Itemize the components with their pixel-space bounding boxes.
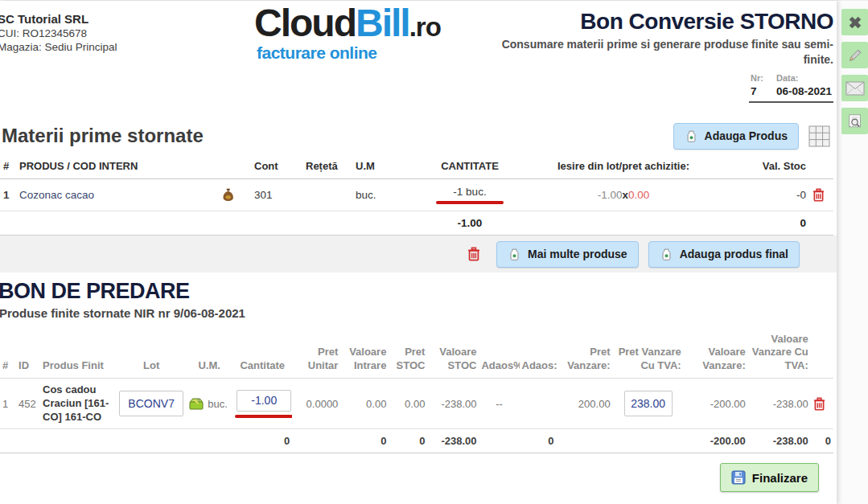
pret-vanzare-tva-input[interactable] (624, 391, 673, 416)
edit-button[interactable] (841, 42, 868, 68)
valoare-intrare-value: 0.00 (340, 378, 389, 429)
col-valoare-stoc: Valoare STOC (427, 330, 479, 378)
col-actions (809, 155, 833, 179)
col-pret-vanzare: Pret Vanzare: (557, 330, 613, 378)
bon-header-row: # ID Produs Finit Lot U.M. Cantitate Pre… (0, 330, 833, 378)
close-icon (846, 14, 864, 31)
col-um: U.M (352, 155, 422, 179)
adaos-pct-value: -- (479, 378, 519, 429)
cantitate-text: -1 buc. (453, 186, 486, 198)
side-action-buttons (841, 9, 868, 134)
company-name: SC Tutorial SRL (0, 12, 117, 26)
document-info: Bon Conversie STORNO Consumare materii p… (487, 9, 833, 103)
col-pret-unitar: Pret Unitar (292, 330, 340, 378)
col-val-stoc: Val. Stoc (729, 155, 809, 179)
footer-meta: #9; created by admintuto; @06-08-2021 00… (0, 500, 837, 504)
valoare-vanzare-value: -200.00 (684, 378, 748, 429)
adaos-value (520, 378, 557, 429)
materii-totals-row: -1.00 0 (0, 211, 833, 236)
pret-stoc-value: 0.00 (389, 378, 427, 429)
company-info: SC Tutorial SRL CUI: RO12345678 Magazia:… (0, 12, 117, 53)
page: SC Tutorial SRL CUI: RO12345678 Magazia:… (0, 0, 868, 504)
adauga-produs-final-button[interactable]: Adauga produs final (648, 241, 800, 268)
um-cell: buc. (188, 396, 230, 411)
total-adaos: 0 (520, 429, 557, 453)
row-id: 452 (16, 378, 40, 429)
pret-vanzare-value: 200.00 (557, 378, 613, 429)
um-value: buc. (352, 179, 422, 211)
total-last: 0 (811, 429, 833, 453)
red-underline (235, 415, 292, 418)
adauga-produs-button[interactable]: Adauga Produs (673, 123, 799, 150)
red-underline (436, 201, 504, 204)
cantitate-input[interactable] (237, 390, 291, 412)
iesire-x: x (622, 189, 628, 201)
total-val-stoc: 0 (729, 211, 809, 236)
email-button[interactable] (841, 75, 868, 101)
data-label: Data: (776, 73, 832, 83)
row-index: 1 (0, 179, 16, 211)
col-cantitate: CANTITATE (422, 155, 518, 179)
preview-button[interactable] (841, 108, 868, 134)
materii-table: # PRODUS / COD INTERN Cont Rețetă U.M CA… (0, 155, 833, 236)
reteta-value (302, 179, 352, 211)
col-pret-stoc: Pret STOC (389, 330, 427, 378)
finalize-row: Finalizare (0, 453, 837, 500)
col-cantitate: Cantitate (232, 330, 292, 378)
col-adaos: Adaos: (520, 330, 557, 378)
col-adaos-pct: Adaos%: (479, 330, 519, 378)
nr-data-block: Nr: Data: 7 06-08-2021 (749, 73, 833, 103)
col-cont: Cont (251, 155, 302, 179)
col-um: U.M. (186, 330, 232, 378)
lot-components-icon[interactable] (188, 396, 204, 411)
envelope-icon (845, 81, 865, 96)
lot-input[interactable] (119, 391, 183, 416)
bon-totals-row: 0 0 0 -238.00 0 -200.00 -238.00 0 (0, 429, 833, 453)
nr-label: Nr: (751, 73, 763, 83)
page-title: Bon Conversie STORNO (487, 9, 833, 35)
col-actions (811, 330, 833, 378)
table-row: 1 452 Cos cadou Craciun [161-CO] 161-CO … (0, 378, 833, 429)
table-row: 1 Cozonac cacao 301 buc. (0, 179, 833, 211)
grid-view-icon[interactable] (808, 125, 830, 147)
logo-tagline: facturare online (254, 44, 441, 61)
delete-section-icon[interactable] (467, 247, 480, 261)
company-cui: CUI: RO12345678 (0, 27, 117, 39)
bon-title: BON DE PREDARE (0, 279, 837, 304)
iesire-qty: -1.00 (598, 189, 623, 201)
logo-wordmark: CloudBill.ro (254, 4, 441, 43)
col-hash: # (0, 155, 16, 179)
iesire-pret: 0.00 (628, 189, 649, 201)
col-produs: PRODUS / COD INTERN (16, 155, 251, 179)
pencil-icon (846, 47, 864, 64)
product-jug-icon (685, 129, 698, 143)
product-link[interactable]: Cozonac cacao (19, 189, 94, 201)
data-value: 06-08-2021 (776, 85, 832, 97)
total-cantitate: 0 (232, 429, 292, 453)
adauga-produs-final-label: Adauga produs final (680, 248, 788, 260)
materii-section-header: Materii prime stornate Adauga Produs (0, 118, 837, 155)
cloudbill-logo: CloudBill.ro facturare online (254, 4, 441, 61)
close-button[interactable] (841, 9, 868, 35)
adauga-produs-label: Adauga Produs (705, 129, 788, 142)
total-valoare-stoc: -238.00 (427, 429, 479, 453)
total-valoare-vanzare: -200.00 (684, 429, 748, 453)
delete-row-icon[interactable] (812, 188, 830, 202)
col-iesire: Iesire din lot/pret achizitie: (518, 155, 729, 179)
col-valoare-intrare: Valoare Intrare (340, 330, 389, 378)
money-bag-icon[interactable] (220, 186, 237, 203)
total-valoare-vanzare-tva: -238.00 (748, 429, 811, 453)
product-cell: Cozonac cacao (19, 186, 248, 203)
logo-ro: .ro (409, 12, 441, 42)
product-jug-icon (508, 248, 521, 261)
finalizare-button[interactable]: Finalizare (720, 463, 819, 492)
delete-row-icon[interactable] (813, 397, 831, 411)
nr-value: 7 (751, 85, 763, 97)
logo-bill: Bill (356, 2, 409, 44)
col-reteta: Rețetă (302, 155, 352, 179)
row-index: 1 (0, 378, 16, 429)
cantitate-value: -1 buc. (436, 186, 504, 204)
save-floppy-icon (731, 470, 746, 485)
um-value: buc. (208, 398, 228, 410)
mai-multe-produse-button[interactable]: Mai multe produse (496, 241, 639, 268)
